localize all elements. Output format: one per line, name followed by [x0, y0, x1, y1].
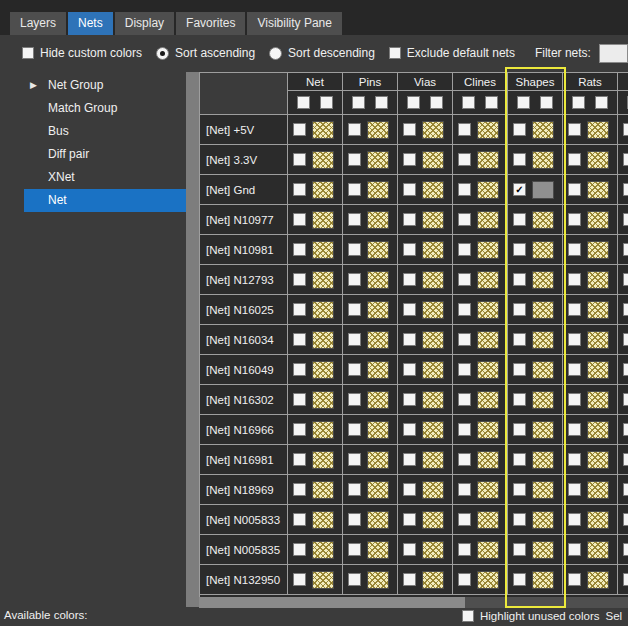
net-visibility-checkbox[interactable]	[348, 423, 361, 436]
net-color-swatch[interactable]	[477, 241, 499, 259]
net-visibility-checkbox[interactable]	[623, 543, 628, 556]
net-visibility-checkbox[interactable]	[458, 453, 471, 466]
net-color-swatch[interactable]	[422, 541, 444, 559]
net-color-swatch[interactable]	[587, 301, 609, 319]
net-visibility-checkbox[interactable]	[513, 363, 526, 376]
net-visibility-checkbox[interactable]	[623, 423, 628, 436]
net-color-swatch[interactable]	[367, 151, 389, 169]
net-color-swatch[interactable]	[587, 481, 609, 499]
net-visibility-checkbox[interactable]	[293, 213, 306, 226]
net-color-swatch[interactable]	[532, 421, 554, 439]
net-color-swatch[interactable]	[367, 451, 389, 469]
net-visibility-checkbox[interactable]	[348, 213, 361, 226]
net-color-swatch[interactable]	[422, 391, 444, 409]
master-checkbox[interactable]	[352, 96, 365, 109]
net-visibility-checkbox[interactable]	[513, 273, 526, 286]
net-visibility-checkbox[interactable]	[623, 153, 628, 166]
net-visibility-checkbox[interactable]	[568, 213, 581, 226]
net-color-swatch[interactable]	[422, 481, 444, 499]
net-visibility-checkbox[interactable]	[458, 303, 471, 316]
net-visibility-checkbox[interactable]	[513, 123, 526, 136]
vertical-scrollbar[interactable]	[186, 72, 199, 607]
net-visibility-checkbox[interactable]	[568, 303, 581, 316]
net-visibility-checkbox[interactable]	[623, 213, 628, 226]
net-color-swatch[interactable]	[532, 391, 554, 409]
net-color-swatch[interactable]	[312, 511, 334, 529]
net-visibility-checkbox[interactable]	[568, 543, 581, 556]
master-checkbox[interactable]	[517, 96, 530, 109]
net-visibility-checkbox[interactable]	[403, 543, 416, 556]
net-color-swatch[interactable]	[477, 571, 499, 589]
net-color-swatch[interactable]	[532, 121, 554, 139]
net-visibility-checkbox[interactable]	[458, 393, 471, 406]
filter-nets-input[interactable]	[599, 44, 628, 63]
master-checkbox[interactable]	[375, 96, 388, 109]
net-visibility-checkbox[interactable]	[458, 543, 471, 556]
net-visibility-checkbox[interactable]	[458, 483, 471, 496]
master-checkbox[interactable]	[297, 96, 310, 109]
net-color-swatch[interactable]	[532, 241, 554, 259]
tab-display[interactable]: Display	[115, 12, 174, 35]
tab-layers[interactable]: Layers	[10, 12, 66, 35]
master-checkbox[interactable]	[320, 96, 333, 109]
net-visibility-checkbox[interactable]	[458, 333, 471, 346]
net-visibility-checkbox[interactable]	[623, 573, 628, 586]
net-visibility-checkbox[interactable]	[513, 393, 526, 406]
net-visibility-checkbox[interactable]	[403, 573, 416, 586]
net-color-swatch[interactable]	[367, 571, 389, 589]
net-color-swatch[interactable]	[532, 211, 554, 229]
net-visibility-checkbox[interactable]	[293, 423, 306, 436]
net-visibility-checkbox[interactable]: ✓	[513, 183, 526, 196]
tree-item-match-group[interactable]: Match Group	[24, 97, 186, 120]
net-color-swatch[interactable]	[312, 331, 334, 349]
net-color-swatch[interactable]	[422, 571, 444, 589]
net-color-swatch[interactable]	[422, 421, 444, 439]
net-color-swatch[interactable]	[532, 361, 554, 379]
net-color-swatch[interactable]	[422, 241, 444, 259]
net-color-swatch[interactable]	[587, 331, 609, 349]
net-color-swatch[interactable]	[477, 181, 499, 199]
net-color-swatch[interactable]	[422, 331, 444, 349]
net-visibility-checkbox[interactable]	[403, 183, 416, 196]
net-visibility-checkbox[interactable]	[623, 183, 628, 196]
net-color-swatch[interactable]	[587, 541, 609, 559]
net-visibility-checkbox[interactable]	[293, 273, 306, 286]
net-color-swatch[interactable]	[312, 181, 334, 199]
net-visibility-checkbox[interactable]	[348, 153, 361, 166]
sort-descending-radio[interactable]	[269, 47, 282, 60]
net-visibility-checkbox[interactable]	[568, 453, 581, 466]
net-color-swatch[interactable]	[422, 511, 444, 529]
net-visibility-checkbox[interactable]	[293, 573, 306, 586]
net-color-swatch[interactable]	[367, 421, 389, 439]
net-visibility-checkbox[interactable]	[348, 573, 361, 586]
net-visibility-checkbox[interactable]	[623, 333, 628, 346]
net-color-swatch[interactable]	[367, 541, 389, 559]
net-visibility-checkbox[interactable]	[293, 303, 306, 316]
net-visibility-checkbox[interactable]	[403, 333, 416, 346]
net-color-swatch[interactable]	[587, 451, 609, 469]
net-color-swatch[interactable]	[422, 271, 444, 289]
net-color-swatch[interactable]	[532, 571, 554, 589]
net-visibility-checkbox[interactable]	[348, 123, 361, 136]
net-color-swatch[interactable]	[587, 511, 609, 529]
net-visibility-checkbox[interactable]	[568, 273, 581, 286]
net-visibility-checkbox[interactable]	[403, 273, 416, 286]
net-visibility-checkbox[interactable]	[513, 543, 526, 556]
net-color-swatch[interactable]	[532, 481, 554, 499]
net-visibility-checkbox[interactable]	[513, 153, 526, 166]
master-checkbox[interactable]	[407, 96, 420, 109]
net-color-swatch[interactable]	[367, 481, 389, 499]
master-checkbox[interactable]	[595, 96, 608, 109]
master-checkbox[interactable]	[572, 96, 585, 109]
net-color-swatch[interactable]	[422, 211, 444, 229]
net-color-swatch[interactable]	[587, 181, 609, 199]
net-visibility-checkbox[interactable]	[458, 183, 471, 196]
net-color-swatch[interactable]	[587, 271, 609, 289]
net-visibility-checkbox[interactable]	[623, 243, 628, 256]
net-visibility-checkbox[interactable]	[293, 123, 306, 136]
hide-custom-colors-checkbox[interactable]	[22, 47, 34, 59]
net-visibility-checkbox[interactable]	[513, 423, 526, 436]
net-visibility-checkbox[interactable]	[403, 453, 416, 466]
net-color-swatch[interactable]	[587, 361, 609, 379]
net-color-swatch[interactable]	[477, 451, 499, 469]
